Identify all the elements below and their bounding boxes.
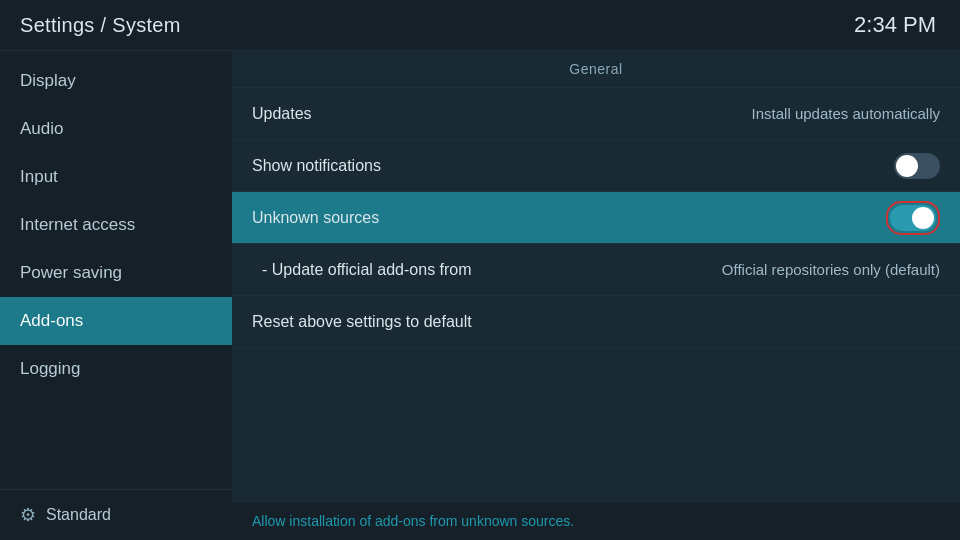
toggle-unknown-sources[interactable] xyxy=(890,205,936,231)
standard-label: Standard xyxy=(46,506,111,524)
setting-value-updates: Install updates automatically xyxy=(752,105,940,122)
status-bar: Allow installation of add-ons from unkno… xyxy=(232,501,960,540)
toggle-knob-show-notifications xyxy=(896,155,918,177)
toggle-knob-unknown-sources xyxy=(912,207,934,229)
clock: 2:34 PM xyxy=(854,12,936,38)
sidebar: DisplayAudioInputInternet accessPower sa… xyxy=(0,51,232,540)
sidebar-item-power-saving[interactable]: Power saving xyxy=(0,249,232,297)
sidebar-item-audio[interactable]: Audio xyxy=(0,105,232,153)
setting-value-update-official-addons: Official repositories only (default) xyxy=(722,261,940,278)
settings-list: UpdatesInstall updates automaticallyShow… xyxy=(232,88,960,501)
toggle-highlight-unknown-sources xyxy=(886,201,940,235)
setting-row-unknown-sources[interactable]: Unknown sources xyxy=(232,192,960,244)
sidebar-item-add-ons[interactable]: Add-ons xyxy=(0,297,232,345)
setting-row-reset-settings[interactable]: Reset above settings to default xyxy=(232,296,960,348)
setting-label-updates: Updates xyxy=(252,105,312,123)
header: Settings / System 2:34 PM xyxy=(0,0,960,51)
toggle-show-notifications[interactable] xyxy=(894,153,940,179)
gear-icon: ⚙ xyxy=(20,504,36,526)
setting-label-reset-settings: Reset above settings to default xyxy=(252,313,472,331)
sidebar-item-input[interactable]: Input xyxy=(0,153,232,201)
setting-row-update-official-addons[interactable]: - Update official add-ons fromOfficial r… xyxy=(232,244,960,296)
toggle-wrapper-show-notifications xyxy=(894,153,940,179)
section-header: General xyxy=(232,51,960,88)
toggle-wrapper-unknown-sources xyxy=(886,201,940,235)
sidebar-item-logging[interactable]: Logging xyxy=(0,345,232,393)
setting-row-updates[interactable]: UpdatesInstall updates automatically xyxy=(232,88,960,140)
page-title: Settings / System xyxy=(20,14,181,37)
status-text: Allow installation of add-ons from unkno… xyxy=(252,513,574,529)
setting-label-update-official-addons: - Update official add-ons from xyxy=(262,261,472,279)
sidebar-bottom[interactable]: ⚙ Standard xyxy=(0,489,232,540)
sidebar-item-display[interactable]: Display xyxy=(0,57,232,105)
main-layout: DisplayAudioInputInternet accessPower sa… xyxy=(0,51,960,540)
setting-row-show-notifications[interactable]: Show notifications xyxy=(232,140,960,192)
setting-label-unknown-sources: Unknown sources xyxy=(252,209,379,227)
setting-label-show-notifications: Show notifications xyxy=(252,157,381,175)
sidebar-item-internet-access[interactable]: Internet access xyxy=(0,201,232,249)
content-area: General UpdatesInstall updates automatic… xyxy=(232,51,960,540)
